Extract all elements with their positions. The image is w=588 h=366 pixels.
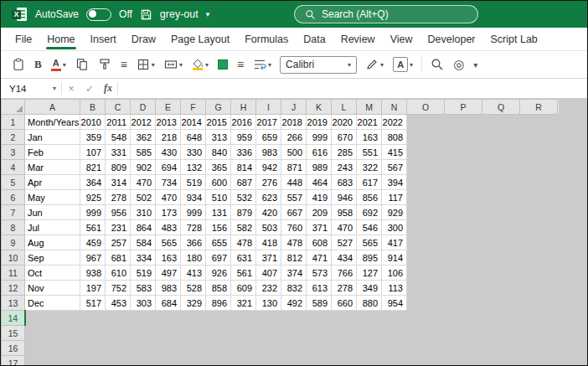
cell-styles-button[interactable] — [217, 54, 229, 75]
cell-D13[interactable]: 303 — [131, 296, 156, 311]
cell-B12[interactable]: 197 — [80, 281, 106, 296]
cell-L17[interactable] — [332, 356, 357, 366]
cell-D8[interactable]: 864 — [131, 220, 156, 235]
cell-G11[interactable]: 926 — [206, 265, 231, 281]
cell-O11[interactable] — [407, 265, 445, 281]
cell-J14[interactable] — [281, 311, 307, 326]
cell-H13[interactable]: 321 — [231, 296, 256, 311]
cell-N8[interactable]: 300 — [382, 220, 407, 235]
cell-M9[interactable]: 565 — [357, 235, 382, 250]
cell-O8[interactable] — [407, 220, 445, 235]
cell-P3[interactable] — [445, 145, 482, 160]
cell-M3[interactable]: 551 — [357, 145, 382, 160]
cell-M8[interactable]: 546 — [357, 220, 382, 235]
row-header-10[interactable]: 10 — [2, 250, 25, 265]
column-header-G[interactable]: G — [206, 100, 231, 115]
cell-B13[interactable]: 517 — [80, 296, 106, 311]
cell-O17[interactable] — [407, 356, 445, 366]
cell-L8[interactable]: 470 — [332, 220, 357, 235]
cell-N7[interactable]: 929 — [382, 205, 407, 220]
cell-L3[interactable]: 285 — [332, 145, 357, 160]
cell-N17[interactable] — [382, 356, 407, 366]
cell-L13[interactable]: 660 — [332, 296, 357, 311]
column-header-H[interactable]: H — [231, 100, 256, 115]
cell-I16[interactable] — [256, 341, 281, 356]
cell-Q8[interactable] — [482, 220, 520, 235]
cell-H17[interactable] — [231, 356, 256, 366]
cell-K5[interactable]: 464 — [307, 175, 332, 190]
cell-E12[interactable]: 983 — [156, 281, 181, 296]
cell-G4[interactable]: 365 — [206, 160, 231, 175]
align-center-button[interactable]: ≡ — [236, 54, 245, 75]
cell-N10[interactable]: 914 — [382, 250, 407, 265]
cell-P15[interactable] — [445, 326, 482, 341]
cell-K1[interactable]: 2019 — [307, 115, 332, 130]
cell-J2[interactable]: 266 — [281, 130, 307, 145]
column-header-B[interactable]: B — [80, 100, 106, 115]
cell-E7[interactable]: 173 — [156, 205, 181, 220]
cell-Q16[interactable] — [482, 341, 520, 356]
column-header-N[interactable]: N — [382, 100, 407, 115]
cell-N5[interactable]: 394 — [382, 175, 407, 190]
cell-M11[interactable]: 127 — [357, 265, 382, 281]
cell-I17[interactable] — [256, 356, 281, 366]
cell-A17[interactable] — [25, 356, 80, 366]
cell-G12[interactable]: 858 — [206, 281, 231, 296]
row-header-9[interactable]: 9 — [2, 235, 25, 250]
cell-C11[interactable]: 610 — [106, 265, 131, 281]
cell-A4[interactable]: Mar — [25, 160, 80, 175]
cell-E5[interactable]: 734 — [156, 175, 181, 190]
cell-Q6[interactable] — [482, 190, 520, 205]
cell-D11[interactable]: 519 — [131, 265, 156, 281]
cell-N4[interactable]: 567 — [382, 160, 407, 175]
cell-N6[interactable]: 117 — [382, 190, 407, 205]
cell-O10[interactable] — [407, 250, 445, 265]
cell-L14[interactable] — [332, 311, 357, 326]
cell-I4[interactable]: 942 — [256, 160, 281, 175]
cell-H2[interactable]: 959 — [231, 130, 256, 145]
cell-Q9[interactable] — [482, 235, 520, 250]
cell-J11[interactable]: 374 — [281, 265, 307, 281]
search-box[interactable]: Search (Alt+Q) — [294, 5, 478, 23]
excel-app-icon[interactable]: X — [11, 6, 28, 23]
cell-B6[interactable]: 925 — [80, 190, 106, 205]
copy-button[interactable] — [75, 54, 90, 75]
cell-J6[interactable]: 557 — [281, 190, 307, 205]
cell-N1[interactable]: 2022 — [382, 115, 407, 130]
cell-J15[interactable] — [281, 326, 307, 341]
cell-C15[interactable] — [106, 326, 131, 341]
cell-C17[interactable] — [106, 356, 131, 366]
cell-H1[interactable]: 2016 — [231, 115, 256, 130]
insert-function-button[interactable]: fx — [99, 79, 117, 98]
cell-E1[interactable]: 2013 — [156, 115, 181, 130]
column-header-A[interactable]: A — [25, 100, 80, 115]
cell-K16[interactable] — [307, 341, 332, 356]
cell-E17[interactable] — [156, 356, 181, 366]
row-header-3[interactable]: 3 — [2, 145, 25, 160]
cell-H12[interactable]: 609 — [231, 281, 256, 296]
cell-Q13[interactable] — [482, 296, 520, 311]
cell-O16[interactable] — [407, 341, 445, 356]
tab-home[interactable]: Home — [39, 28, 82, 50]
cell-K4[interactable]: 989 — [307, 160, 332, 175]
cell-O6[interactable] — [407, 190, 445, 205]
cell-J1[interactable]: 2018 — [281, 115, 307, 130]
column-header-M[interactable]: M — [357, 100, 382, 115]
cell-M16[interactable] — [357, 341, 382, 356]
cell-A16[interactable] — [25, 341, 80, 356]
cell-J12[interactable]: 832 — [281, 281, 307, 296]
cell-A14[interactable] — [25, 311, 80, 326]
tab-script-lab[interactable]: Script Lab — [483, 28, 545, 50]
cell-K8[interactable]: 371 — [307, 220, 332, 235]
cell-K10[interactable]: 471 — [307, 250, 332, 265]
cell-L6[interactable]: 946 — [332, 190, 357, 205]
cell-J8[interactable]: 760 — [281, 220, 307, 235]
cell-I15[interactable] — [256, 326, 281, 341]
tab-formulas[interactable]: Formulas — [237, 28, 296, 50]
cell-M6[interactable]: 856 — [357, 190, 382, 205]
cell-H9[interactable]: 478 — [231, 235, 256, 250]
cell-G15[interactable] — [206, 326, 231, 341]
cell-E13[interactable]: 684 — [156, 296, 181, 311]
cell-Q10[interactable] — [482, 250, 520, 265]
cell-K3[interactable]: 616 — [307, 145, 332, 160]
